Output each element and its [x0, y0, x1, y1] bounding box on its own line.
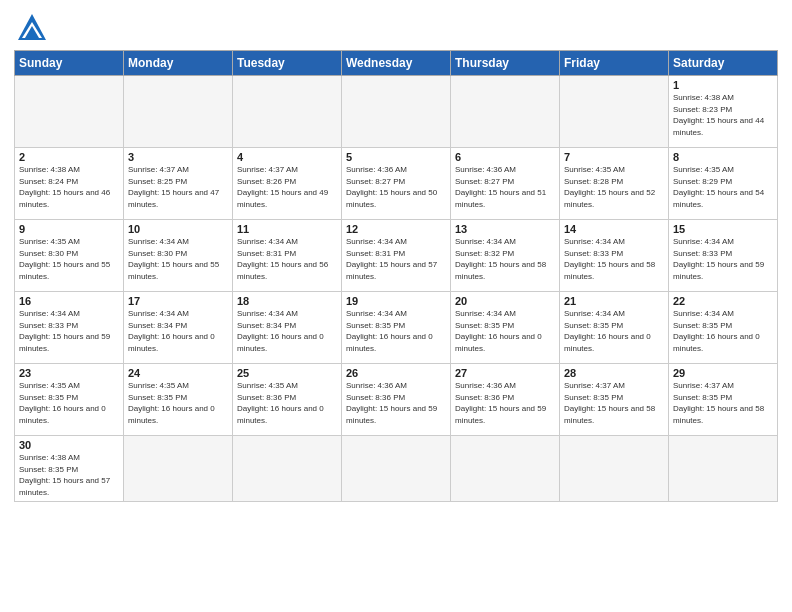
- day-info: Sunrise: 4:34 AM Sunset: 8:31 PM Dayligh…: [346, 236, 446, 282]
- day-info: Sunrise: 4:34 AM Sunset: 8:35 PM Dayligh…: [673, 308, 773, 354]
- day-info: Sunrise: 4:35 AM Sunset: 8:35 PM Dayligh…: [19, 380, 119, 426]
- calendar-cell: [15, 76, 124, 148]
- day-number: 29: [673, 367, 773, 379]
- day-number: 21: [564, 295, 664, 307]
- day-info: Sunrise: 4:36 AM Sunset: 8:27 PM Dayligh…: [346, 164, 446, 210]
- day-info: Sunrise: 4:34 AM Sunset: 8:34 PM Dayligh…: [237, 308, 337, 354]
- weekday-header-monday: Monday: [124, 51, 233, 76]
- weekday-header-friday: Friday: [560, 51, 669, 76]
- day-info: Sunrise: 4:35 AM Sunset: 8:36 PM Dayligh…: [237, 380, 337, 426]
- calendar-cell: 6Sunrise: 4:36 AM Sunset: 8:27 PM Daylig…: [451, 148, 560, 220]
- header: [14, 10, 778, 46]
- day-info: Sunrise: 4:37 AM Sunset: 8:35 PM Dayligh…: [564, 380, 664, 426]
- day-info: Sunrise: 4:34 AM Sunset: 8:33 PM Dayligh…: [19, 308, 119, 354]
- calendar-cell: 22Sunrise: 4:34 AM Sunset: 8:35 PM Dayli…: [669, 292, 778, 364]
- calendar-cell: 15Sunrise: 4:34 AM Sunset: 8:33 PM Dayli…: [669, 220, 778, 292]
- logo-icon: [14, 10, 50, 46]
- calendar-cell: [560, 76, 669, 148]
- day-number: 24: [128, 367, 228, 379]
- calendar-cell: [124, 436, 233, 502]
- day-info: Sunrise: 4:35 AM Sunset: 8:35 PM Dayligh…: [128, 380, 228, 426]
- day-info: Sunrise: 4:35 AM Sunset: 8:28 PM Dayligh…: [564, 164, 664, 210]
- calendar-cell: 20Sunrise: 4:34 AM Sunset: 8:35 PM Dayli…: [451, 292, 560, 364]
- day-info: Sunrise: 4:34 AM Sunset: 8:34 PM Dayligh…: [128, 308, 228, 354]
- day-info: Sunrise: 4:38 AM Sunset: 8:24 PM Dayligh…: [19, 164, 119, 210]
- day-number: 30: [19, 439, 119, 451]
- calendar-cell: [669, 436, 778, 502]
- calendar-week-row: 23Sunrise: 4:35 AM Sunset: 8:35 PM Dayli…: [15, 364, 778, 436]
- calendar-week-row: 30Sunrise: 4:38 AM Sunset: 8:35 PM Dayli…: [15, 436, 778, 502]
- day-number: 18: [237, 295, 337, 307]
- calendar-cell: 24Sunrise: 4:35 AM Sunset: 8:35 PM Dayli…: [124, 364, 233, 436]
- day-number: 28: [564, 367, 664, 379]
- calendar-cell: [233, 436, 342, 502]
- day-info: Sunrise: 4:34 AM Sunset: 8:35 PM Dayligh…: [346, 308, 446, 354]
- calendar-cell: [560, 436, 669, 502]
- weekday-header-row: SundayMondayTuesdayWednesdayThursdayFrid…: [15, 51, 778, 76]
- calendar-cell: 21Sunrise: 4:34 AM Sunset: 8:35 PM Dayli…: [560, 292, 669, 364]
- calendar-cell: 26Sunrise: 4:36 AM Sunset: 8:36 PM Dayli…: [342, 364, 451, 436]
- day-info: Sunrise: 4:36 AM Sunset: 8:36 PM Dayligh…: [455, 380, 555, 426]
- calendar-cell: 25Sunrise: 4:35 AM Sunset: 8:36 PM Dayli…: [233, 364, 342, 436]
- day-info: Sunrise: 4:36 AM Sunset: 8:36 PM Dayligh…: [346, 380, 446, 426]
- day-info: Sunrise: 4:35 AM Sunset: 8:29 PM Dayligh…: [673, 164, 773, 210]
- calendar-cell: 1Sunrise: 4:38 AM Sunset: 8:23 PM Daylig…: [669, 76, 778, 148]
- day-info: Sunrise: 4:37 AM Sunset: 8:35 PM Dayligh…: [673, 380, 773, 426]
- day-info: Sunrise: 4:37 AM Sunset: 8:25 PM Dayligh…: [128, 164, 228, 210]
- day-info: Sunrise: 4:34 AM Sunset: 8:33 PM Dayligh…: [564, 236, 664, 282]
- day-info: Sunrise: 4:38 AM Sunset: 8:23 PM Dayligh…: [673, 92, 773, 138]
- calendar-week-row: 2Sunrise: 4:38 AM Sunset: 8:24 PM Daylig…: [15, 148, 778, 220]
- day-number: 14: [564, 223, 664, 235]
- day-info: Sunrise: 4:37 AM Sunset: 8:26 PM Dayligh…: [237, 164, 337, 210]
- day-info: Sunrise: 4:36 AM Sunset: 8:27 PM Dayligh…: [455, 164, 555, 210]
- calendar-cell: 17Sunrise: 4:34 AM Sunset: 8:34 PM Dayli…: [124, 292, 233, 364]
- day-info: Sunrise: 4:34 AM Sunset: 8:32 PM Dayligh…: [455, 236, 555, 282]
- calendar-cell: 7Sunrise: 4:35 AM Sunset: 8:28 PM Daylig…: [560, 148, 669, 220]
- calendar-cell: 5Sunrise: 4:36 AM Sunset: 8:27 PM Daylig…: [342, 148, 451, 220]
- calendar-cell: [342, 436, 451, 502]
- calendar-cell: 27Sunrise: 4:36 AM Sunset: 8:36 PM Dayli…: [451, 364, 560, 436]
- day-number: 19: [346, 295, 446, 307]
- day-number: 26: [346, 367, 446, 379]
- day-number: 3: [128, 151, 228, 163]
- calendar-cell: 30Sunrise: 4:38 AM Sunset: 8:35 PM Dayli…: [15, 436, 124, 502]
- calendar-cell: 23Sunrise: 4:35 AM Sunset: 8:35 PM Dayli…: [15, 364, 124, 436]
- day-info: Sunrise: 4:38 AM Sunset: 8:35 PM Dayligh…: [19, 452, 119, 498]
- calendar-week-row: 16Sunrise: 4:34 AM Sunset: 8:33 PM Dayli…: [15, 292, 778, 364]
- weekday-header-sunday: Sunday: [15, 51, 124, 76]
- calendar-cell: 2Sunrise: 4:38 AM Sunset: 8:24 PM Daylig…: [15, 148, 124, 220]
- weekday-header-wednesday: Wednesday: [342, 51, 451, 76]
- day-number: 27: [455, 367, 555, 379]
- day-number: 15: [673, 223, 773, 235]
- calendar-cell: 19Sunrise: 4:34 AM Sunset: 8:35 PM Dayli…: [342, 292, 451, 364]
- day-number: 12: [346, 223, 446, 235]
- day-number: 1: [673, 79, 773, 91]
- calendar-cell: 3Sunrise: 4:37 AM Sunset: 8:25 PM Daylig…: [124, 148, 233, 220]
- calendar-table: SundayMondayTuesdayWednesdayThursdayFrid…: [14, 50, 778, 502]
- day-info: Sunrise: 4:34 AM Sunset: 8:30 PM Dayligh…: [128, 236, 228, 282]
- day-number: 9: [19, 223, 119, 235]
- day-info: Sunrise: 4:34 AM Sunset: 8:31 PM Dayligh…: [237, 236, 337, 282]
- calendar-week-row: 9Sunrise: 4:35 AM Sunset: 8:30 PM Daylig…: [15, 220, 778, 292]
- calendar-cell: 14Sunrise: 4:34 AM Sunset: 8:33 PM Dayli…: [560, 220, 669, 292]
- day-info: Sunrise: 4:34 AM Sunset: 8:35 PM Dayligh…: [455, 308, 555, 354]
- day-number: 23: [19, 367, 119, 379]
- day-info: Sunrise: 4:34 AM Sunset: 8:33 PM Dayligh…: [673, 236, 773, 282]
- day-info: Sunrise: 4:35 AM Sunset: 8:30 PM Dayligh…: [19, 236, 119, 282]
- calendar-cell: 13Sunrise: 4:34 AM Sunset: 8:32 PM Dayli…: [451, 220, 560, 292]
- day-number: 4: [237, 151, 337, 163]
- day-number: 7: [564, 151, 664, 163]
- day-number: 8: [673, 151, 773, 163]
- calendar-cell: 12Sunrise: 4:34 AM Sunset: 8:31 PM Dayli…: [342, 220, 451, 292]
- calendar-cell: [342, 76, 451, 148]
- day-number: 16: [19, 295, 119, 307]
- calendar-cell: 18Sunrise: 4:34 AM Sunset: 8:34 PM Dayli…: [233, 292, 342, 364]
- calendar-cell: [124, 76, 233, 148]
- weekday-header-thursday: Thursday: [451, 51, 560, 76]
- weekday-header-saturday: Saturday: [669, 51, 778, 76]
- calendar-cell: 9Sunrise: 4:35 AM Sunset: 8:30 PM Daylig…: [15, 220, 124, 292]
- day-number: 5: [346, 151, 446, 163]
- calendar-cell: 8Sunrise: 4:35 AM Sunset: 8:29 PM Daylig…: [669, 148, 778, 220]
- calendar-cell: 29Sunrise: 4:37 AM Sunset: 8:35 PM Dayli…: [669, 364, 778, 436]
- calendar-cell: 28Sunrise: 4:37 AM Sunset: 8:35 PM Dayli…: [560, 364, 669, 436]
